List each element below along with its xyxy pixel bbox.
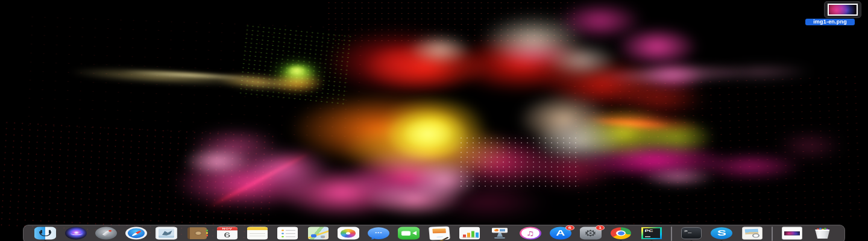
messages-bubble-icon: ••• (368, 227, 389, 239)
trash-full-icon (814, 228, 830, 239)
itunes-note-icon: ♫ (520, 227, 541, 240)
preview-magnifier-icon (742, 227, 763, 240)
dock-item-trash[interactable] (811, 227, 833, 240)
music-note-glyph: ♫ (520, 230, 541, 237)
dock-item-facetime[interactable] (398, 227, 420, 240)
launchpad-icon (95, 227, 117, 240)
dock-item-numbers[interactable] (459, 227, 480, 240)
notes-icon (247, 227, 268, 240)
keynote-lectern-icon (489, 227, 510, 240)
terminal-icon: >_ (681, 227, 702, 239)
file-label[interactable]: img1-en.png (805, 19, 855, 25)
facetime-camera-icon (398, 227, 420, 240)
calendar-day: 6 (217, 230, 237, 239)
siri-icon (65, 227, 87, 240)
safari-compass-icon (125, 227, 147, 240)
dock-item-chrome[interactable] (610, 227, 632, 240)
dock-item-itunes[interactable]: ♫ (520, 227, 541, 240)
dock-separator (671, 227, 672, 241)
photos-flower-icon (338, 227, 359, 240)
dock-item-maps[interactable] (307, 227, 329, 240)
pages-document-icon (429, 227, 450, 240)
rocket-icon (102, 230, 112, 236)
dock-item-recent-document[interactable] (781, 227, 803, 240)
maps-icon (308, 227, 329, 240)
desktop[interactable]: img1-en.png NOV 6 (0, 0, 868, 241)
dock-item-mail[interactable] (156, 227, 177, 240)
contacts-book-icon (187, 227, 207, 239)
numbers-barchart-icon (459, 227, 480, 240)
dock-item-system-preferences[interactable]: ⚙ 1 (580, 227, 602, 240)
file-icon-selection-box[interactable] (824, 1, 861, 18)
dock-item-skype[interactable]: S (711, 227, 732, 240)
dock-item-app-store[interactable]: A 6 (550, 227, 571, 240)
dock-item-keynote[interactable] (489, 227, 511, 240)
trash-bin (814, 230, 830, 239)
image-document-icon (782, 227, 802, 240)
dock-item-contacts[interactable] (186, 227, 208, 240)
dock-item-finder[interactable] (34, 227, 56, 240)
dock-item-preview[interactable] (741, 227, 763, 240)
calendar-icon: NOV 6 (217, 227, 237, 240)
system-preferences-badge: 1 (596, 225, 605, 231)
dock-item-notes[interactable] (247, 227, 268, 240)
skype-icon: S (711, 227, 732, 239)
dock-item-safari[interactable] (125, 227, 147, 240)
dock-item-terminal[interactable]: >_ (681, 227, 702, 240)
mail-stamp-icon (156, 227, 177, 240)
dock-item-pycharm[interactable]: PC (641, 227, 662, 240)
dock-item-calendar[interactable]: NOV 6 (216, 227, 238, 240)
app-store-badge: 6 (565, 225, 574, 231)
file-thumbnail (828, 4, 858, 16)
dock-item-launchpad[interactable] (95, 227, 117, 240)
finder-icon (34, 227, 56, 240)
dock-item-reminders[interactable] (277, 227, 298, 240)
dock-item-siri[interactable] (65, 227, 87, 240)
dock-item-photos[interactable] (338, 227, 359, 240)
pycharm-icon: PC (641, 227, 662, 239)
dock-item-messages[interactable]: ••• (368, 227, 389, 240)
dock-item-pages[interactable] (429, 227, 450, 240)
chrome-icon (611, 227, 631, 239)
dock: NOV 6 ••• (23, 225, 845, 241)
reminders-icon (277, 227, 298, 240)
dock-separator (772, 227, 773, 241)
